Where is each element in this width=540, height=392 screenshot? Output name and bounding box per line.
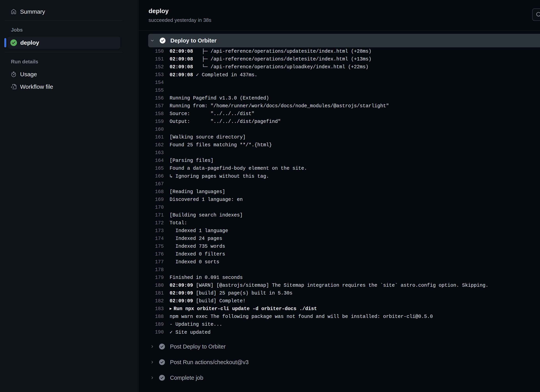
log-line-text: 02:09:08 ✓ Completed in 437ms. (170, 72, 257, 78)
sidebar-item-job-deploy[interactable]: deploy (8, 36, 120, 49)
line-number[interactable]: 176 (139, 251, 164, 257)
jobs-section-label: Jobs (11, 27, 23, 33)
line-number[interactable]: 189 (139, 322, 164, 327)
log-line: 164[Parsing files] (139, 157, 540, 164)
line-number[interactable]: 188 (139, 314, 164, 319)
log-line-text: Running Pagefind v1.3.0 (Extended) (170, 95, 269, 101)
log-line: 157Running from: "/home/runner/work/docs… (139, 102, 540, 110)
log-line: 15202:09:08 └─ /api-reference/operations… (139, 63, 540, 71)
step-success-icon (159, 375, 165, 381)
log-line: 154 (139, 79, 540, 86)
log-line: 173 Indexed 1 language (139, 227, 540, 235)
line-number[interactable]: 177 (139, 259, 164, 265)
log-line: 183▶Run npx orbiter-cli update -d orbite… (139, 305, 540, 313)
line-number[interactable]: 154 (139, 80, 164, 85)
log-line: 167 (139, 180, 540, 188)
line-number[interactable]: 182 (139, 298, 164, 304)
log-line-text: Found 25 files matching **/*.{html} (170, 142, 272, 148)
line-number[interactable]: 174 (139, 236, 164, 241)
log-line: 188npm warn exec The following package w… (139, 313, 540, 320)
log-line: 18002:09:09 [WARN] [@astrojs/sitemap] Th… (139, 281, 540, 289)
log-line-text: Found a data-pagefind-body element on th… (170, 166, 307, 171)
log-line-text: ▶Run npx orbiter-cli update -d orbiter-d… (170, 306, 317, 312)
log-line-text: 02:09:08 ├─ /api-reference/operations/de… (170, 56, 371, 62)
line-number[interactable]: 183 (139, 306, 164, 312)
log-line: 166↳ Ignoring pages without this tag. (139, 172, 540, 180)
log-line: 165Found a data-pagefind-body element on… (139, 164, 540, 172)
step-success-icon (159, 344, 165, 349)
job-name: deploy (20, 39, 39, 46)
line-number[interactable]: 155 (139, 88, 164, 93)
log-line: 175 Indexed 735 words (139, 242, 540, 250)
line-number[interactable]: 156 (139, 95, 164, 101)
line-number[interactable]: 171 (139, 212, 164, 218)
job-log-panel: deploy succeeded yesterday in 38s Deploy… (139, 0, 540, 392)
line-number[interactable]: 173 (139, 228, 164, 234)
line-number[interactable]: 165 (139, 166, 164, 171)
line-number[interactable]: 152 (139, 64, 164, 70)
step-name: Post Deploy to Orbiter (170, 343, 225, 350)
line-number[interactable]: 159 (139, 119, 164, 124)
log-line-text: [Parsing files] (170, 158, 214, 163)
log-line: 190✓ Site updated (139, 328, 540, 336)
log-line-text: 02:09:09 [WARN] [@astrojs/sitemap] The S… (170, 283, 488, 288)
line-number[interactable]: 170 (139, 205, 164, 210)
line-number[interactable]: 179 (139, 275, 164, 281)
line-number[interactable]: 190 (139, 329, 164, 335)
run-details-section-label: Run details (11, 59, 38, 65)
log-line: 170 (139, 203, 540, 211)
log-line-text: ✓ Site updated (170, 329, 210, 335)
line-number[interactable]: 164 (139, 158, 164, 163)
line-number[interactable]: 163 (139, 150, 164, 156)
log-line-text: [Walking source directory] (170, 134, 246, 140)
line-number[interactable]: 166 (139, 173, 164, 179)
log-line-text: - Updating site... (170, 322, 222, 327)
line-number[interactable]: 150 (139, 49, 164, 54)
line-number[interactable]: 157 (139, 103, 164, 109)
line-number[interactable]: 169 (139, 197, 164, 202)
sidebar-item-usage[interactable]: Usage (11, 70, 37, 79)
page-title: deploy (149, 7, 169, 15)
step-header-deploy-to-orbiter[interactable]: Deploy to Orbiter (148, 34, 540, 47)
line-number[interactable]: 158 (139, 111, 164, 117)
log-line-text: ↳ Ignoring pages without this tag. (170, 173, 269, 179)
search-logs-button[interactable] (532, 8, 540, 21)
step-name: Deploy to Orbiter (170, 37, 217, 44)
selected-job-accent-bar (4, 38, 6, 47)
log-line-text: Discovered 1 language: en (170, 197, 243, 202)
line-number[interactable]: 151 (139, 56, 164, 62)
line-number[interactable]: 181 (139, 290, 164, 296)
line-number[interactable]: 172 (139, 220, 164, 226)
log-line: 156Running Pagefind v1.3.0 (Extended) (139, 94, 540, 102)
line-number[interactable]: 180 (139, 283, 164, 288)
log-line-text: Total: (170, 220, 187, 226)
log-line: 178 (139, 266, 540, 274)
log-line: 174 Indexed 24 pages (139, 235, 540, 242)
sidebar-item-summary[interactable]: Summary (11, 7, 45, 16)
log-line: 155 (139, 86, 540, 94)
log-line-text: 02:09:08 ├─ /api-reference/operations/up… (170, 49, 371, 54)
line-number[interactable]: 168 (139, 189, 164, 195)
log-line-text: Source: "../../../dist" (170, 111, 254, 117)
line-number[interactable]: 178 (139, 267, 164, 273)
line-number[interactable]: 162 (139, 142, 164, 148)
collapsed-step[interactable]: Post Deploy to Orbiter (148, 343, 225, 351)
line-number[interactable]: 153 (139, 72, 164, 78)
line-number[interactable]: 175 (139, 244, 164, 249)
log-lines: 15002:09:08 ├─ /api-reference/operations… (139, 47, 540, 336)
log-line: 177 Indexed 0 sorts (139, 258, 540, 266)
collapsed-step[interactable]: Complete job (148, 374, 203, 382)
expand-group-icon[interactable]: ▶ (170, 306, 172, 311)
chevron-down-icon (150, 38, 154, 43)
log-line: 163 (139, 149, 540, 157)
collapsed-step[interactable]: Post Run actions/checkout@v3 (148, 358, 249, 366)
line-number[interactable]: 160 (139, 126, 164, 132)
job-status-text: succeeded yesterday in 38s (149, 17, 211, 23)
sidebar-item-workflow-file[interactable]: Workflow file (11, 82, 53, 91)
log-line: 171[Building search indexes] (139, 211, 540, 219)
log-line-text: [Reading languages] (170, 189, 225, 195)
sidebar-divider (5, 21, 123, 21)
log-line: 15302:09:08 ✓ Completed in 437ms. (139, 71, 540, 79)
line-number[interactable]: 167 (139, 181, 164, 187)
line-number[interactable]: 161 (139, 134, 164, 140)
